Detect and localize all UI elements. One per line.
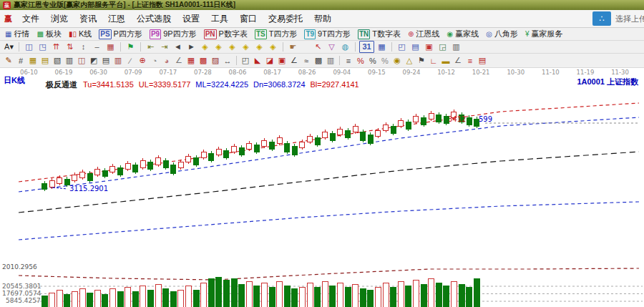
price-box-icon[interactable]: ◫ (76, 55, 87, 67)
grid-vertical-icon[interactable]: ▥ (112, 55, 124, 67)
winner-service-button[interactable]: ¥赢家服务 (523, 29, 565, 39)
triangle-gold-icon[interactable]: △ (404, 55, 415, 67)
gann-grid-icon[interactable]: # (15, 55, 26, 67)
angle-tool-icon[interactable]: ∠ (288, 55, 300, 67)
winner-line-button[interactable]: ◉赢家线 (444, 29, 481, 39)
gann-move-3-icon[interactable]: ◈ (226, 42, 238, 52)
circle-quarter-icon[interactable]: ◔ (149, 55, 160, 67)
gann-grid-gold-2-icon[interactable]: ▤ (39, 55, 51, 67)
gann-move-6-icon[interactable]: ◈ (267, 42, 279, 52)
p-square-button[interactable]: PSP四方形 (97, 29, 145, 39)
circle-dim-icon[interactable]: ◕ (161, 55, 172, 67)
funnel-purple-icon[interactable]: ▽ (326, 42, 338, 52)
circle-gold-icon[interactable]: ◉ (391, 55, 403, 67)
flag-dark-icon[interactable]: ⚑ (416, 55, 427, 67)
filled-box-red-icon[interactable]: ▣ (276, 55, 288, 67)
mode-window-2-icon[interactable]: ◳ (36, 42, 49, 52)
percent-small-icon[interactable]: % (379, 55, 391, 67)
sectors-button[interactable]: ▩板块 (34, 29, 63, 39)
grid-horizontal-icon[interactable]: ▤ (100, 55, 112, 67)
gold-bar-icon[interactable]: ▬ (440, 55, 452, 67)
expand-updown-icon[interactable]: ↕ (77, 42, 89, 52)
octagon-button[interactable]: ◎八角形 (484, 29, 520, 39)
menu-item-settings[interactable]: 设置 (177, 11, 205, 27)
chart-mini-icon[interactable]: ▥ (325, 55, 336, 67)
gann-frame-1-icon[interactable]: ▧ (52, 55, 63, 67)
slash-tool-icon[interactable]: ∕ (125, 55, 136, 67)
fan-red-2-icon[interactable]: ◪ (264, 55, 275, 67)
collapse-dash-icon[interactable]: – (91, 42, 103, 52)
angle-up-icon[interactable]: ∠ (452, 55, 464, 67)
quotes-button[interactable]: ▦行情 (3, 29, 31, 39)
gann-move-4-icon[interactable]: ◈ (240, 42, 252, 52)
calendar-31-icon[interactable]: 31 (359, 41, 374, 53)
arrows-up-red-icon[interactable]: ⇈ (50, 42, 62, 52)
share-icon[interactable]: ∴ (592, 11, 611, 26)
percent-red-icon[interactable]: % (355, 55, 366, 67)
grid-red-1-icon[interactable]: ▦ (185, 55, 197, 67)
9t-square-button[interactable]: T99T四方形 (302, 29, 353, 39)
save-globe-icon[interactable]: ◲ (436, 42, 449, 52)
wave-tool-icon[interactable]: ≈ (301, 55, 312, 67)
kline-chart-canvas[interactable]: 06-1006-1906-3007-0907-1707-2808-0608-17… (0, 68, 644, 307)
prev-bar-icon[interactable]: ◄ (172, 42, 184, 52)
step-red-icon[interactable]: ≡ (464, 55, 476, 67)
gann-move-2-icon[interactable]: ◈ (213, 42, 225, 52)
step-dark-icon[interactable]: ▤ (477, 55, 488, 67)
gann-line-icon: ⊕ (408, 30, 414, 39)
dark-grid-icon[interactable]: ▩ (313, 55, 324, 67)
volume-bar (94, 290, 100, 307)
grid-mixed-icon[interactable]: ▦ (104, 42, 117, 52)
menu-item-formula-stock-pick[interactable]: 公式选股 (131, 11, 177, 27)
gann-line-button[interactable]: ⊕江恩线 (406, 29, 441, 39)
t-number-table-button[interactable]: TNT数字表 (356, 29, 403, 39)
menu-item-browse[interactable]: 浏览 (45, 11, 74, 27)
fan-red-1-icon[interactable]: ◣ (252, 55, 263, 67)
save-red-floppy-icon[interactable]: ▣ (423, 42, 435, 52)
menu-item-news[interactable]: 资讯 (74, 11, 102, 27)
save-list-icon[interactable]: ▤ (409, 42, 421, 52)
t-square-button[interactable]: TST四方形 (253, 29, 300, 39)
percent-dark-icon[interactable]: % (367, 55, 379, 67)
kline-icon: ▮▯ (69, 30, 77, 39)
menu-item-trade-order[interactable]: 交易委托 (263, 11, 308, 27)
right-angle-red-icon[interactable]: ∟ (428, 55, 439, 67)
layout-window-icon[interactable]: ◰ (396, 42, 408, 52)
first-bar-icon[interactable]: ⇤ (145, 42, 157, 52)
winner-line-label: 赢家线 (455, 29, 479, 39)
circle-cross-icon[interactable]: ⊕ (137, 55, 148, 67)
width-adjust-icon[interactable]: ↔ (222, 55, 233, 67)
corner-box-icon[interactable]: ◰ (240, 55, 251, 67)
pencil-tool-icon[interactable]: ✎ (3, 55, 14, 67)
angle-line-icon[interactable]: ∠ (173, 55, 185, 67)
9p-square-button[interactable]: P99P四方形 (147, 29, 199, 39)
upload-button-label[interactable]: 选择上传 (611, 14, 644, 24)
flag-marker-icon[interactable]: ⚑ (125, 42, 137, 52)
grid-red-2-icon[interactable]: ▩ (197, 55, 209, 67)
kline-chart-panel[interactable]: 06-1006-1906-3007-0907-1707-2808-0608-17… (0, 68, 644, 307)
next-bar-icon[interactable]: ► (185, 42, 197, 52)
menu-item-tools[interactable]: 工具 (205, 11, 234, 27)
gann-move-1-icon[interactable]: ◈ (199, 42, 211, 52)
hand-drag-icon[interactable]: ☛ (287, 42, 299, 52)
grid-red-3-icon[interactable]: ▨ (210, 55, 221, 67)
globe-teal-icon[interactable]: ◍ (339, 42, 351, 52)
gann-move-5-icon[interactable]: ◈ (253, 42, 265, 52)
last-bar-icon[interactable]: ⇥ (158, 42, 170, 52)
ratio-lines-icon[interactable]: ≡ (343, 55, 354, 67)
menu-item-gann[interactable]: 江恩 (102, 11, 131, 27)
menu-item-window[interactable]: 窗口 (234, 11, 263, 27)
menu-item-help[interactable]: 帮助 (308, 11, 337, 27)
arrows-updown-red-icon[interactable]: ⇅ (64, 42, 76, 52)
crosshair-red-icon[interactable]: ↖ (312, 42, 324, 52)
p-number-table-button[interactable]: PNP数字表 (202, 29, 250, 39)
kline-button[interactable]: ▮▯K线 (67, 29, 94, 39)
save-export-icon[interactable]: ▥ (450, 42, 462, 52)
chart-combo-icon[interactable]: ◩ (88, 55, 99, 67)
gann-frame-2-icon[interactable]: ▥ (64, 55, 75, 67)
font-a-dropdown-icon[interactable]: A▾ (3, 42, 15, 52)
gann-grid-gold-1-icon[interactable]: ▦ (27, 55, 39, 67)
calculator-icon[interactable]: ▦ (376, 42, 388, 52)
menu-item-file[interactable]: 文件 (16, 11, 45, 27)
mode-window-1-icon[interactable]: ◫ (23, 42, 35, 52)
